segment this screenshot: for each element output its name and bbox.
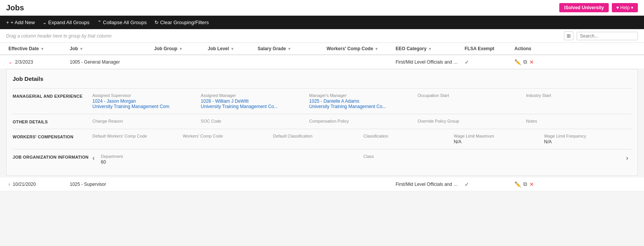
field-wage-limit-freq: Wage Limit Frequency N/A bbox=[541, 134, 631, 144]
label-managers-manager: Manager's Manager bbox=[309, 93, 412, 98]
field-change-reason: Change Reason bbox=[89, 119, 198, 124]
cell-job-level-1 bbox=[205, 60, 255, 64]
copy-button-1[interactable]: ⧉ bbox=[523, 59, 527, 65]
field-default-comp-code: Default Workers' Comp Code bbox=[89, 134, 180, 144]
value-assigned-manager: 1028 - William J DeWittUniversity Traini… bbox=[201, 98, 303, 109]
label-assigned-manager: Assigned Manager bbox=[201, 93, 303, 98]
label-compensation-policy: Compensation Policy bbox=[309, 119, 412, 123]
section-job-org: JOB ORGANIZATION INFORMATION ‹ Departmen… bbox=[13, 149, 631, 169]
cell-job-group-1 bbox=[152, 60, 205, 64]
cell-job-level-2 bbox=[205, 182, 255, 187]
col-effective-date: Effective Date ▼ bbox=[6, 43, 67, 54]
col-job: Job ▼ bbox=[67, 43, 152, 54]
field-soc-code: SOC Code bbox=[198, 119, 306, 124]
field-occupation-start: Occupation Start bbox=[414, 93, 523, 109]
nav-prev-button[interactable]: ‹ bbox=[89, 154, 98, 162]
section-workers-comp: WORKERS' COMPENSATION Default Workers' C… bbox=[13, 129, 631, 149]
section-label-other: OTHER DETAILS bbox=[13, 119, 89, 124]
label-assigned-supervisor: Assigned Supervisor bbox=[92, 93, 195, 98]
cell-flsa-1: ✓ bbox=[462, 57, 512, 67]
cell-workers-comp-1 bbox=[324, 60, 393, 64]
delete-button-2[interactable]: ✕ bbox=[529, 181, 534, 187]
filter-icon-eeo[interactable]: ▼ bbox=[428, 47, 432, 51]
filter-icon-job[interactable]: ▼ bbox=[79, 47, 83, 51]
filter-icon-group[interactable]: ▼ bbox=[179, 47, 183, 51]
col-actions: Actions bbox=[512, 43, 558, 54]
page-title: Jobs bbox=[6, 3, 24, 12]
delete-button-1[interactable]: ✕ bbox=[529, 59, 534, 65]
cell-job-1: 1005 - General Manager bbox=[67, 57, 152, 67]
col-job-group: Job Group ▼ bbox=[152, 43, 205, 54]
filter-icon-date[interactable]: ▼ bbox=[40, 47, 44, 51]
cell-job-2: 1025 - Supervisor bbox=[67, 179, 152, 189]
col-flsa: FLSA Exempt bbox=[462, 43, 512, 54]
label-change-reason: Change Reason bbox=[92, 119, 195, 123]
refresh-icon: ↻ bbox=[154, 20, 159, 25]
field-industry-start: Industry Start bbox=[523, 93, 631, 109]
col-salary-grade: Salary Grade ▼ bbox=[255, 43, 324, 54]
cell-flsa-2: ✓ bbox=[462, 179, 512, 190]
label-occupation-start: Occupation Start bbox=[417, 93, 520, 98]
label-workers-comp-code: Workers' Comp Code bbox=[183, 134, 267, 138]
field-class: Class bbox=[360, 154, 623, 165]
collapse-icon: ⌃ bbox=[97, 20, 102, 25]
edit-button-2[interactable]: ✏️ bbox=[514, 181, 521, 187]
drag-hint: Drag a column header here to group by th… bbox=[6, 33, 112, 39]
field-compensation-policy: Compensation Policy bbox=[306, 119, 415, 124]
search-bar-right: ⊞ bbox=[564, 31, 638, 40]
field-managers-manager: Manager's Manager 1025 - Danielle A Adam… bbox=[306, 93, 415, 109]
flsa-check-1: ✓ bbox=[465, 59, 469, 65]
field-assigned-manager: Assigned Manager 1028 - William J DeWitt… bbox=[198, 93, 306, 109]
value-wage-limit-max: N/A bbox=[454, 139, 538, 144]
value-wage-limit-freq: N/A bbox=[544, 139, 628, 144]
edit-button-1[interactable]: ✏️ bbox=[514, 59, 521, 65]
cell-eeo-1: First/Mid Level Officials and Ma... bbox=[393, 57, 462, 67]
cell-salary-grade-2 bbox=[255, 182, 324, 187]
field-classification: Classification bbox=[360, 134, 451, 144]
label-override-policy: Override Policy Group bbox=[417, 119, 520, 123]
col-job-level: Job Level ▼ bbox=[205, 43, 255, 54]
table-row: ⌄ 2/3/2023 1005 - General Manager First/… bbox=[0, 55, 644, 69]
field-override-policy: Override Policy Group bbox=[414, 119, 523, 124]
cell-eeo-2: First/Mid Level Officials and Ma... bbox=[393, 179, 462, 189]
cell-actions-1: ✏️ ⧉ ✕ bbox=[512, 56, 558, 67]
grid-view-button[interactable]: ⊞ bbox=[564, 31, 573, 40]
isolved-university-button[interactable]: iSolved University bbox=[559, 3, 608, 12]
help-button[interactable]: ♥ Help ▾ bbox=[612, 3, 638, 12]
cell-job-group-2 bbox=[152, 182, 205, 187]
label-department: Department bbox=[101, 154, 357, 159]
value-department: 60 bbox=[101, 159, 357, 165]
field-wage-limit-max: Wage Limit Maximum N/A bbox=[451, 134, 541, 144]
label-wage-limit-freq: Wage Limit Frequency bbox=[544, 134, 628, 138]
section-label-workers: WORKERS' COMPENSATION bbox=[13, 134, 89, 139]
expand-groups-button[interactable]: ⌄ Expand All Groups bbox=[43, 20, 90, 25]
row-expand-button-2[interactable]: › bbox=[8, 182, 10, 187]
label-soc-code: SOC Code bbox=[201, 119, 303, 123]
section-other-details: OTHER DETAILS Change Reason SOC Code Com… bbox=[13, 114, 631, 129]
filter-icon-level[interactable]: ▼ bbox=[230, 47, 234, 51]
field-department: Department 60 bbox=[98, 154, 360, 165]
filter-icon-salary[interactable]: ▼ bbox=[288, 47, 291, 51]
collapse-groups-button[interactable]: ⌃ Collapse All Groups bbox=[97, 20, 147, 25]
add-new-button[interactable]: + + Add New bbox=[6, 20, 35, 25]
job-details-panel: Job Details MANAGERIAL AND EXPERIENCE As… bbox=[6, 69, 638, 176]
field-assigned-supervisor: Assigned Supervisor 1024 - Jason MorganU… bbox=[89, 93, 198, 109]
row-collapse-button-1[interactable]: ⌄ bbox=[8, 59, 12, 65]
search-input[interactable] bbox=[577, 32, 638, 40]
label-notes: Notes bbox=[526, 119, 628, 123]
section-fields-managerial: Assigned Supervisor 1024 - Jason MorganU… bbox=[89, 93, 631, 109]
filter-icon-comp[interactable]: ▼ bbox=[375, 47, 378, 51]
clear-filters-button[interactable]: ↻ Clear Grouping/Filters bbox=[154, 20, 209, 25]
expand-groups-label: Expand All Groups bbox=[48, 20, 90, 25]
search-bar: Drag a column header here to group by th… bbox=[0, 29, 644, 43]
nav-next-button[interactable]: › bbox=[623, 154, 631, 162]
job-details-title: Job Details bbox=[13, 75, 631, 82]
expand-icon: ⌄ bbox=[43, 20, 47, 25]
cell-effective-date-1: ⌄ 2/3/2023 bbox=[6, 57, 67, 67]
label-industry-start: Industry Start bbox=[526, 93, 628, 98]
value-assigned-supervisor: 1024 - Jason MorganUniversity Training M… bbox=[92, 98, 195, 109]
col-eeo: EEO Category ▼ bbox=[393, 43, 462, 54]
copy-button-2[interactable]: ⧉ bbox=[523, 181, 527, 187]
flsa-check-2: ✓ bbox=[465, 181, 469, 187]
section-fields-other: Change Reason SOC Code Compensation Poli… bbox=[89, 119, 631, 124]
